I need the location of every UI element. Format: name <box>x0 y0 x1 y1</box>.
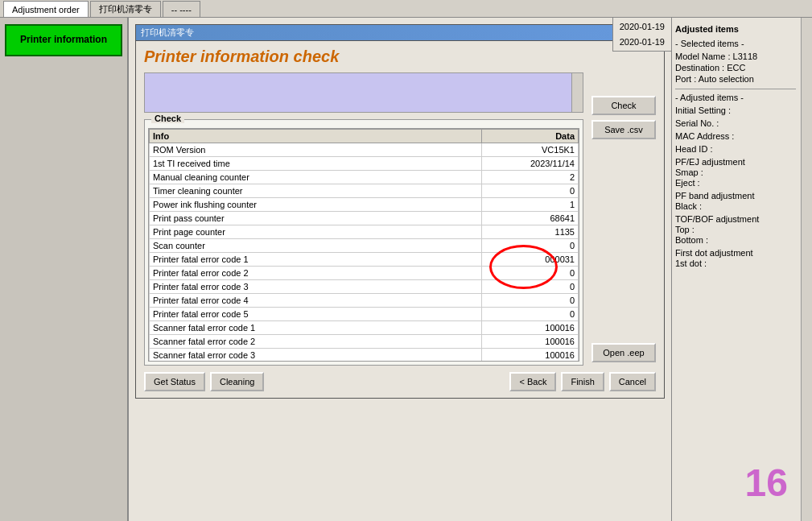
printer-information-button[interactable]: Printer information <box>5 24 122 56</box>
tab-unknown[interactable]: -- ---- <box>163 1 200 17</box>
mac-address: MAC Address : <box>675 131 796 141</box>
cleaning-button[interactable]: Cleaning <box>210 372 264 391</box>
port: Port : Auto selection <box>675 74 796 84</box>
smap: Smap : <box>675 167 796 177</box>
table-row: Printer fatal error code 30 <box>150 280 579 294</box>
tab-print-clean[interactable]: 打印机清零专 <box>90 1 161 17</box>
table-row: Print page counter1135 <box>150 225 579 239</box>
save-csv-button[interactable]: Save .csv <box>591 120 656 139</box>
right-panel-title: Adjusted items <box>675 24 796 34</box>
tof-bof: TOF/BOF adjustment <box>675 214 796 224</box>
sidebar: Printer information <box>0 18 129 521</box>
table-row: ROM VersionVC15K1 <box>150 143 579 157</box>
first-dot-val: 1st dot : <box>675 258 796 268</box>
table-row: Printer fatal error code 20 <box>150 267 579 280</box>
col-info: Info <box>150 130 482 143</box>
right-panel: Adjusted items - Selected items - Model … <box>671 18 812 521</box>
window-title: 打印机清零专 <box>141 27 194 39</box>
cancel-button[interactable]: Cancel <box>609 372 656 391</box>
info-display-box <box>144 72 583 113</box>
finish-button[interactable]: Finish <box>561 372 604 391</box>
table-row: Timer cleaning counter0 <box>150 184 579 198</box>
table-row: Scanner fatal error code 3100016 <box>150 349 579 362</box>
bottom: Bottom : <box>675 235 796 245</box>
right-divider-1 <box>675 89 796 89</box>
table-row: 1st TI received time2023/11/14 <box>150 157 579 171</box>
side-buttons-panel: Check Save .csv <box>591 96 656 139</box>
top: Top : <box>675 225 796 234</box>
open-eep-button[interactable]: Open .eep <box>591 343 656 362</box>
data-table-container[interactable]: Info Data ROM VersionVC15K11st TI receiv… <box>148 128 579 362</box>
model-name: Model Name : L3118 <box>675 52 796 61</box>
serial-no: Serial No. : <box>675 118 796 128</box>
date-1: 2020-01-19 <box>620 19 665 35</box>
table-row: Scanner fatal error code 2100016 <box>150 335 579 349</box>
table-row: Printer fatal error code 50 <box>150 308 579 321</box>
destination: Destination : ECC <box>675 63 796 72</box>
first-dot: First dot adjustment <box>675 248 796 258</box>
table-row: Scanner fatal error code 1100016 <box>150 321 579 335</box>
table-row: Print pass counter68641 <box>150 212 579 225</box>
back-button[interactable]: < Back <box>509 372 556 391</box>
table-row: Power ink flushing counter1 <box>150 198 579 212</box>
eject: Eject : <box>675 178 796 188</box>
pfej-adjustment: PF/EJ adjustment <box>675 157 796 167</box>
date-2: 2020-01-19 <box>620 35 665 50</box>
page-title: Printer information check <box>144 48 656 66</box>
initial-setting: Initial Setting : <box>675 105 796 115</box>
table-row: Manual cleaning counter2 <box>150 171 579 184</box>
pf-band: PF band adjustment <box>675 191 796 201</box>
selected-items-title: - Selected items - <box>675 39 796 48</box>
table-row: Printer fatal error code 40 <box>150 294 579 308</box>
bottom-buttons: Get Status Cleaning < Back Finish Cancel <box>144 372 656 391</box>
get-status-button[interactable]: Get Status <box>144 372 205 391</box>
tab-adjustment-order[interactable]: Adjustment order <box>3 1 89 17</box>
check-button[interactable]: Check <box>591 96 656 115</box>
col-data: Data <box>482 130 579 143</box>
check-group-label: Check <box>151 114 184 123</box>
page-number: 16 <box>745 461 788 505</box>
window-title-bar: 打印机清零专 ✕ <box>135 24 665 40</box>
dates-panel: 2020-01-19 2020-01-19 <box>612 18 671 52</box>
adjusted-items-title: - Adjusted items - <box>675 93 796 102</box>
data-table: Info Data ROM VersionVC15K11st TI receiv… <box>149 129 579 361</box>
table-row: Scan counter0 <box>150 239 579 253</box>
black: Black : <box>675 201 796 211</box>
check-group: Check Info Data <box>144 119 583 366</box>
head-id: Head ID : <box>675 144 796 154</box>
table-row: Printer fatal error code 1000031 <box>150 253 579 267</box>
